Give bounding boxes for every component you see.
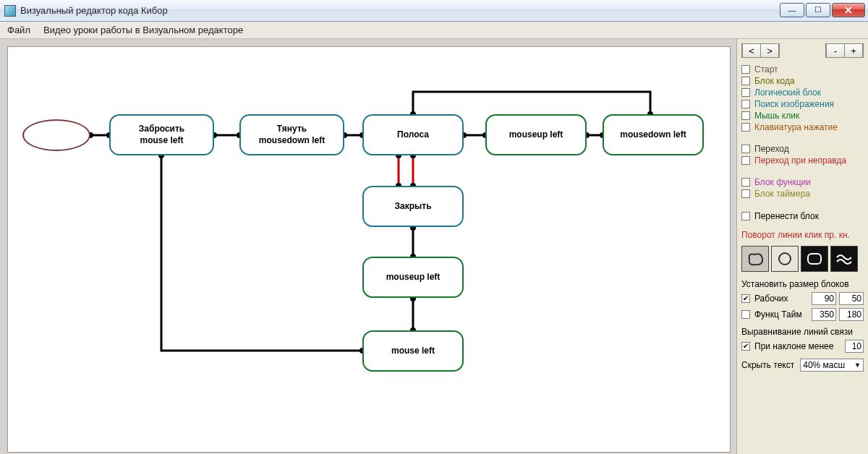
tool-checkbox-4[interactable]: Мышь клик bbox=[741, 110, 864, 121]
tilt-value-input[interactable]: 10 bbox=[845, 340, 864, 353]
menu-video-lessons[interactable]: Видео уроки работы в Визуальном редактор… bbox=[43, 25, 243, 35]
maximize-button[interactable]: ☐ bbox=[806, 3, 830, 17]
tilt-checkbox[interactable]: ✔При наклоне менее bbox=[741, 340, 842, 353]
tool-checkbox-0[interactable]: Старт bbox=[741, 64, 864, 75]
svg-point-31 bbox=[779, 253, 791, 265]
functime-checkbox[interactable]: Функц Тайм bbox=[741, 308, 809, 321]
flowchart-canvas[interactable]: Забросить mouse left Тянуть mousedown le… bbox=[7, 46, 731, 453]
node-mousedown[interactable]: mousedown left bbox=[603, 114, 704, 155]
scale-dropdown[interactable]: 40% масш▼ bbox=[800, 359, 864, 372]
functime-height-input[interactable]: 180 bbox=[839, 308, 864, 321]
history-forward-button[interactable]: > bbox=[760, 43, 779, 58]
node-zakryt[interactable]: Закрыть bbox=[362, 186, 464, 227]
working-checkbox[interactable]: ✔Рабочих bbox=[741, 292, 809, 305]
tool-checkbox-3[interactable]: Поиск изображения bbox=[741, 98, 864, 110]
zoom-out-button[interactable]: - bbox=[826, 43, 845, 58]
minimize-button[interactable]: — bbox=[780, 3, 804, 17]
tool-checkbox-2[interactable]: Логический блок bbox=[741, 87, 864, 98]
titlebar: Визуальный редактор кода Кибор — ☐ ✕ bbox=[0, 0, 868, 22]
func-checkbox-0[interactable]: Блок функции bbox=[741, 176, 864, 188]
functime-width-input[interactable]: 350 bbox=[812, 308, 836, 321]
window-controls: — ☐ ✕ bbox=[780, 3, 865, 19]
shape-wave-button[interactable] bbox=[830, 246, 858, 272]
menu-file[interactable]: Файл bbox=[7, 25, 30, 35]
transition-checkbox-1[interactable]: Переход при неправда bbox=[741, 155, 864, 166]
shape-blob-button[interactable] bbox=[741, 246, 769, 272]
tool-checkbox-1[interactable]: Блок кода bbox=[741, 75, 864, 87]
move-block-checkbox[interactable]: Перенести блок bbox=[741, 210, 864, 223]
window-title: Визуальный редактор кода Кибор bbox=[20, 5, 780, 16]
tool-checkbox-5[interactable]: Клавиатура нажатие bbox=[741, 121, 864, 133]
node-mouseleft[interactable]: mouse left bbox=[362, 330, 464, 372]
working-height-input[interactable]: 50 bbox=[839, 292, 864, 305]
align-label: Выравнивание линий связи bbox=[741, 327, 864, 337]
chevron-down-icon: ▼ bbox=[854, 361, 861, 369]
history-back-button[interactable]: < bbox=[742, 43, 761, 58]
shape-roundrect-button[interactable] bbox=[801, 246, 828, 272]
zoom-in-button[interactable]: + bbox=[844, 43, 863, 58]
svg-rect-32 bbox=[808, 254, 821, 264]
canvas-area: Забросить mouse left Тянуть mousedown le… bbox=[0, 39, 736, 454]
transition-checkbox-0[interactable]: Переход bbox=[741, 143, 864, 155]
app-icon bbox=[4, 5, 16, 17]
node-tyanut[interactable]: Тянуть mousedown left bbox=[239, 114, 344, 155]
block-size-label: Установить размер блоков bbox=[741, 279, 864, 289]
shape-tools bbox=[741, 246, 864, 272]
connections-layer bbox=[8, 47, 731, 453]
rotate-hint: Поворот линии клик пр. кн. bbox=[741, 230, 864, 240]
shape-circle-button[interactable] bbox=[771, 246, 799, 272]
node-mouseup2[interactable]: mouseup left bbox=[362, 257, 464, 298]
hide-text-label: Скрыть текст bbox=[741, 360, 794, 370]
start-node[interactable] bbox=[22, 119, 90, 151]
func-checkbox-1[interactable]: Блок таймера bbox=[741, 188, 864, 200]
node-zabrosit[interactable]: Забросить mouse left bbox=[109, 114, 214, 155]
working-width-input[interactable]: 90 bbox=[812, 292, 836, 305]
close-button[interactable]: ✕ bbox=[832, 3, 865, 17]
side-panel: < > - + СтартБлок кодаЛогический блокПои… bbox=[736, 39, 868, 454]
node-polosa[interactable]: Полоса bbox=[362, 114, 464, 155]
node-mouseup1[interactable]: mouseup left bbox=[485, 114, 587, 155]
menubar: Файл Видео уроки работы в Визуальном ред… bbox=[0, 22, 868, 39]
